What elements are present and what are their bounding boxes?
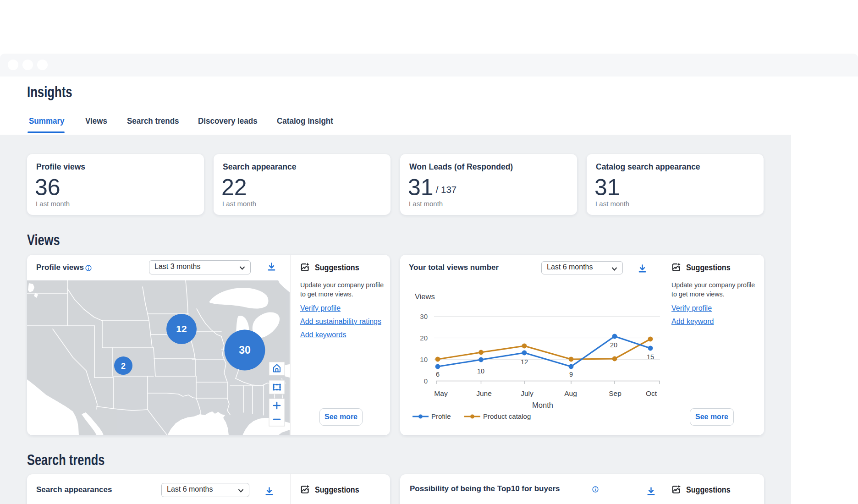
svg-text:12: 12 — [521, 358, 528, 366]
svg-text:Month: Month — [532, 401, 553, 409]
svg-text:June: June — [476, 389, 492, 397]
svg-text:Profile: Profile — [431, 412, 451, 420]
svg-text:10: 10 — [477, 367, 484, 375]
svg-text:6: 6 — [436, 371, 440, 378]
svg-text:2: 2 — [121, 362, 126, 371]
svg-text:30: 30 — [239, 344, 251, 356]
svg-text:30: 30 — [420, 312, 428, 320]
svg-text:0: 0 — [424, 377, 428, 385]
svg-text:Oct: Oct — [646, 389, 657, 397]
svg-text:July: July — [521, 389, 534, 397]
svg-text:9: 9 — [569, 371, 573, 378]
svg-text:12: 12 — [176, 323, 187, 334]
svg-text:Aug: Aug — [564, 389, 577, 397]
svg-text:10: 10 — [420, 356, 428, 363]
svg-text:Product catalog: Product catalog — [483, 412, 531, 420]
svg-text:15: 15 — [647, 353, 654, 361]
svg-text:20: 20 — [610, 341, 617, 349]
svg-text:Sep: Sep — [609, 389, 622, 397]
svg-text:20: 20 — [420, 334, 428, 342]
svg-text:Views: Views — [415, 292, 435, 301]
svg-text:May: May — [434, 389, 448, 397]
